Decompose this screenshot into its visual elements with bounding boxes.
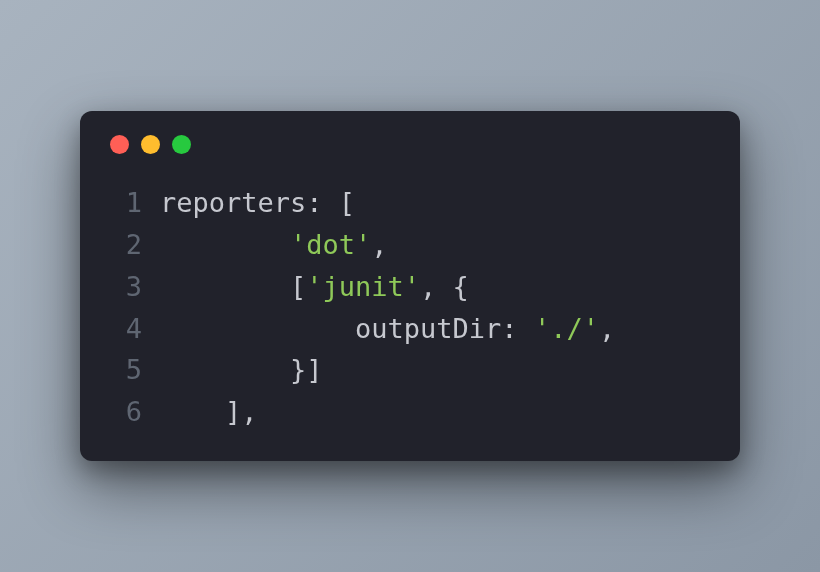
code-editor: 1reporters: [2 'dot',3 ['junit', {4 outp…: [108, 182, 712, 433]
token-punct: reporters: [: [160, 187, 355, 218]
token-string: 'dot': [290, 229, 371, 260]
code-content: }]: [142, 349, 323, 391]
close-icon[interactable]: [110, 135, 129, 154]
line-number: 1: [108, 182, 142, 224]
minimize-icon[interactable]: [141, 135, 160, 154]
code-line: 6 ],: [108, 391, 712, 433]
token-string: './': [534, 313, 599, 344]
code-content: ],: [142, 391, 258, 433]
line-number: 5: [108, 349, 142, 391]
token-punct: [: [160, 271, 306, 302]
token-punct: ],: [160, 396, 258, 427]
token-string: 'junit': [306, 271, 420, 302]
code-line: 5 }]: [108, 349, 712, 391]
code-content: ['junit', {: [142, 266, 469, 308]
code-content: reporters: [: [142, 182, 355, 224]
code-line: 2 'dot',: [108, 224, 712, 266]
token-punct: outputDir:: [160, 313, 534, 344]
code-line: 4 outputDir: './',: [108, 308, 712, 350]
token-punct: , {: [420, 271, 469, 302]
line-number: 4: [108, 308, 142, 350]
code-content: outputDir: './',: [142, 308, 615, 350]
code-content: 'dot',: [142, 224, 388, 266]
code-line: 1reporters: [: [108, 182, 712, 224]
token-punct: }]: [160, 354, 323, 385]
line-number: 3: [108, 266, 142, 308]
window-titlebar: [108, 135, 712, 154]
line-number: 2: [108, 224, 142, 266]
code-window: 1reporters: [2 'dot',3 ['junit', {4 outp…: [80, 111, 740, 461]
code-line: 3 ['junit', {: [108, 266, 712, 308]
line-number: 6: [108, 391, 142, 433]
token-punct: [160, 229, 290, 260]
zoom-icon[interactable]: [172, 135, 191, 154]
token-punct: ,: [371, 229, 387, 260]
token-punct: ,: [599, 313, 615, 344]
